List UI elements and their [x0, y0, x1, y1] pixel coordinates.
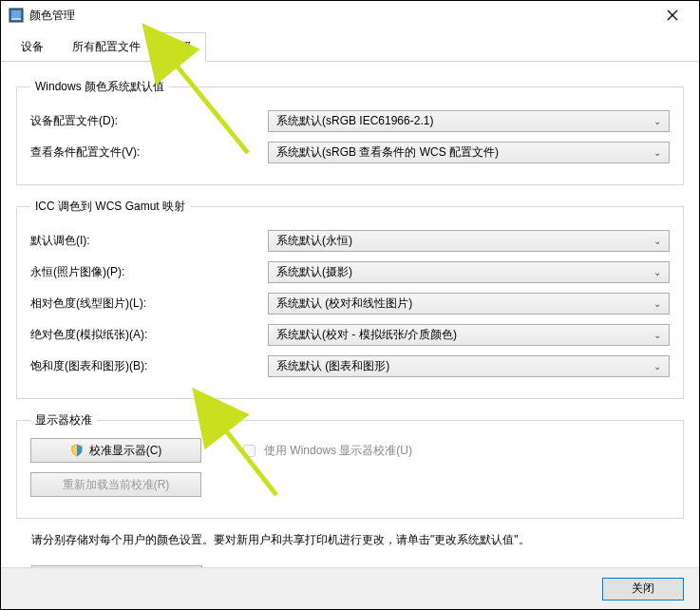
close-icon: [667, 10, 678, 21]
chevron-down-icon: ⌄: [650, 298, 665, 309]
absolute-dropdown[interactable]: 系统默认(校对 - 模拟纸张/介质颜色) ⌄: [268, 324, 670, 346]
instruction-note: 请分别存储对每个用户的颜色设置。要对新用户和共享打印机进行更改，请单击"更改系统…: [31, 532, 684, 548]
relative-dropdown[interactable]: 系统默认 (校对和线性图片) ⌄: [268, 293, 670, 315]
default-intent-label: 默认调色(I):: [30, 233, 268, 249]
svg-rect-1: [11, 10, 21, 18]
chevron-down-icon: ⌄: [650, 236, 665, 246]
reload-calibration-button: 重新加载当前校准(R): [30, 472, 201, 497]
window-title: 颜色管理: [29, 8, 653, 24]
relative-value: 系统默认 (校对和线性图片): [276, 295, 650, 312]
saturation-label: 饱和度(图表和图形)(B):: [30, 358, 268, 374]
tab-all-profiles[interactable]: 所有配置文件: [58, 32, 155, 62]
viewing-profile-value: 系统默认(sRGB 查看条件的 WCS 配置文件): [276, 144, 650, 161]
use-windows-calibration-label: 使用 Windows 显示器校准(U): [264, 443, 412, 459]
chevron-down-icon: ⌄: [650, 361, 665, 372]
saturation-dropdown[interactable]: 系统默认 (图表和图形) ⌄: [268, 355, 670, 377]
absolute-value: 系统默认(校对 - 模拟纸张/介质颜色): [276, 327, 650, 343]
group-windows-defaults: Windows 颜色系统默认值 设备配置文件(D): 系统默认(sRGB IEC…: [16, 79, 684, 185]
chevron-down-icon: ⌄: [650, 147, 665, 158]
chevron-down-icon: ⌄: [650, 330, 665, 340]
chevron-down-icon: ⌄: [650, 116, 665, 126]
perceptual-dropdown[interactable]: 系统默认(摄影) ⌄: [268, 261, 670, 283]
default-intent-value: 系统默认(永恒): [276, 233, 650, 249]
app-icon: [9, 8, 24, 23]
svg-rect-2: [11, 18, 21, 20]
calibrate-display-label: 校准显示器(C): [89, 443, 162, 459]
device-profile-label: 设备配置文件(D):: [30, 113, 268, 129]
group-display-calibration: 显示器校准 校准显示器(C) 使用 Windows 显示器校准(U): [16, 412, 684, 519]
reload-calibration-label: 重新加载当前校准(R): [63, 477, 170, 493]
default-intent-dropdown[interactable]: 系统默认(永恒) ⌄: [268, 230, 670, 252]
device-profile-value: 系统默认(sRGB IEC61966-2.1): [276, 113, 650, 129]
saturation-value: 系统默认 (图表和图形): [276, 358, 650, 374]
tab-bar: 设备 所有配置文件 高级: [1, 31, 699, 62]
titlebar: 颜色管理: [1, 1, 699, 29]
group-windows-defaults-legend: Windows 颜色系统默认值: [30, 79, 169, 95]
tab-advanced[interactable]: 高级: [155, 32, 206, 62]
dialog-footer: 关闭: [1, 567, 699, 609]
calibrate-display-button[interactable]: 校准显示器(C): [30, 438, 201, 463]
close-button[interactable]: [653, 1, 691, 29]
relative-label: 相对色度(线型图片)(L):: [30, 295, 268, 312]
close-dialog-button[interactable]: 关闭: [602, 578, 684, 600]
viewing-profile-label: 查看条件配置文件(V):: [30, 144, 268, 161]
device-profile-dropdown[interactable]: 系统默认(sRGB IEC61966-2.1) ⌄: [268, 110, 670, 132]
use-windows-calibration-input[interactable]: [243, 445, 255, 457]
close-dialog-label: 关闭: [632, 581, 654, 597]
perceptual-label: 永恒(照片图像)(P):: [30, 264, 268, 280]
shield-icon: [70, 444, 84, 457]
group-icc-wcs: ICC 调色到 WCS Gamut 映射 默认调色(I): 系统默认(永恒) ⌄…: [16, 199, 684, 399]
use-windows-calibration-checkbox[interactable]: 使用 Windows 显示器校准(U): [239, 442, 412, 460]
perceptual-value: 系统默认(摄影): [276, 264, 650, 280]
absolute-label: 绝对色度(模拟纸张)(A):: [30, 327, 268, 343]
viewing-profile-dropdown[interactable]: 系统默认(sRGB 查看条件的 WCS 配置文件) ⌄: [268, 142, 670, 163]
group-icc-wcs-legend: ICC 调色到 WCS Gamut 映射: [30, 199, 190, 215]
tab-devices[interactable]: 设备: [7, 32, 58, 62]
group-display-calibration-legend: 显示器校准: [30, 412, 97, 429]
chevron-down-icon: ⌄: [650, 267, 665, 277]
